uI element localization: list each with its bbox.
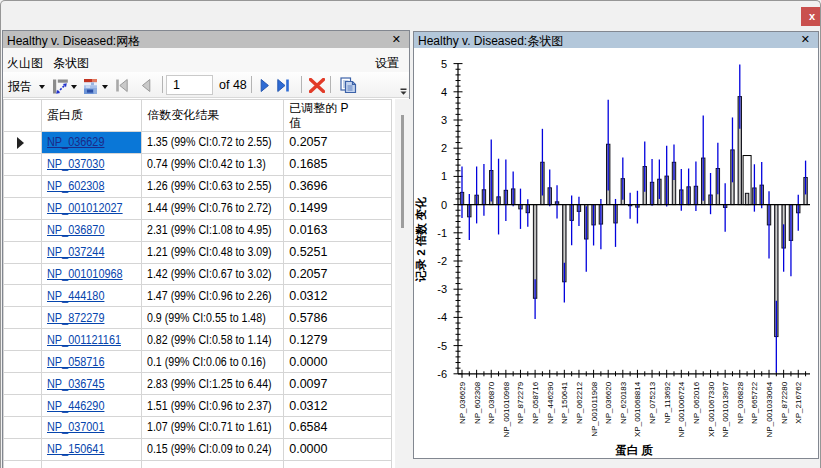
svg-text:-3: -3 bbox=[437, 283, 447, 295]
svg-text:NP_036629: NP_036629 bbox=[458, 381, 467, 424]
svg-text:NP_036870: NP_036870 bbox=[487, 381, 496, 424]
svg-text:NP_075213: NP_075213 bbox=[648, 381, 657, 424]
svg-text:-1: -1 bbox=[437, 227, 447, 239]
svg-text:2: 2 bbox=[441, 142, 447, 154]
svg-text:蛋白 质: 蛋白 质 bbox=[614, 444, 653, 457]
svg-text:记录 2 倍数 变化: 记录 2 倍数 变化 bbox=[414, 197, 428, 283]
svg-text:NP_062212: NP_062212 bbox=[575, 381, 584, 424]
svg-text:NP_001011908: NP_001011908 bbox=[590, 381, 599, 437]
svg-text:NP_036620: NP_036620 bbox=[604, 381, 613, 424]
svg-text:-2: -2 bbox=[437, 255, 447, 267]
svg-text:-6: -6 bbox=[437, 368, 447, 380]
svg-text:0: 0 bbox=[441, 199, 447, 211]
svg-text:NP_150641: NP_150641 bbox=[560, 381, 569, 424]
svg-text:NP_001006724: NP_001006724 bbox=[677, 381, 686, 437]
svg-text:NP_602308: NP_602308 bbox=[473, 381, 482, 424]
svg-text:-5: -5 bbox=[437, 340, 447, 352]
svg-text:NP_872279: NP_872279 bbox=[516, 381, 525, 424]
svg-text:NP_872280: NP_872280 bbox=[780, 381, 789, 424]
svg-text:NP_036828: NP_036828 bbox=[736, 381, 745, 424]
svg-text:XP_216762: XP_216762 bbox=[794, 381, 803, 423]
svg-text:-4: -4 bbox=[437, 311, 447, 323]
svg-text:NP_001033064: NP_001033064 bbox=[765, 381, 774, 437]
svg-text:5: 5 bbox=[441, 58, 447, 70]
svg-text:XP_001067330: XP_001067330 bbox=[707, 381, 716, 437]
svg-text:NP_620183: NP_620183 bbox=[619, 381, 628, 424]
svg-text:NP_001010968: NP_001010968 bbox=[502, 381, 511, 437]
svg-text:3: 3 bbox=[441, 114, 447, 126]
svg-text:NP_062016: NP_062016 bbox=[692, 381, 701, 424]
svg-text:NP_665722: NP_665722 bbox=[750, 381, 759, 424]
svg-text:1: 1 bbox=[441, 170, 447, 182]
svg-text:NP_113692: NP_113692 bbox=[663, 381, 672, 423]
svg-text:4: 4 bbox=[441, 86, 447, 98]
svg-text:NP_058716: NP_058716 bbox=[531, 381, 540, 424]
svg-text:XP_001068814: XP_001068814 bbox=[633, 381, 642, 437]
svg-text:NP_446290: NP_446290 bbox=[546, 381, 555, 424]
svg-text:NP_001013967: NP_001013967 bbox=[721, 381, 730, 437]
